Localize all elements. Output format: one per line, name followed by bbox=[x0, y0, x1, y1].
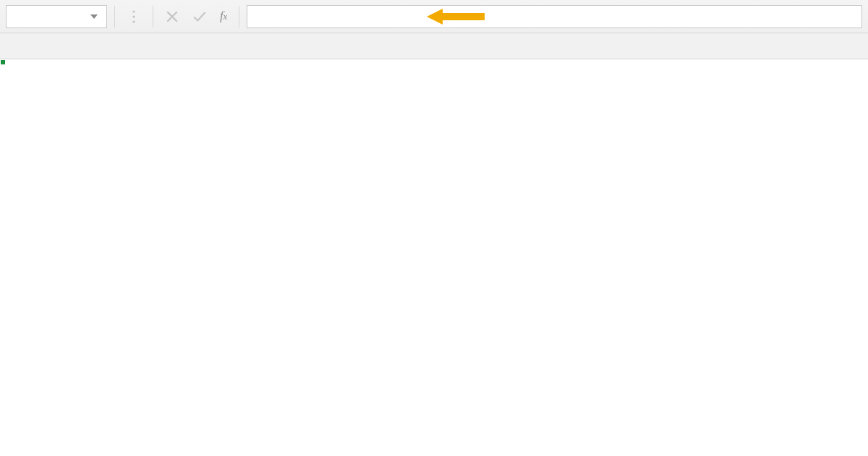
svg-point-2 bbox=[132, 20, 135, 22]
toolbar-gap bbox=[0, 33, 868, 59]
arrow-callout-icon bbox=[427, 8, 485, 25]
svg-marker-3 bbox=[427, 9, 485, 25]
fill-handle[interactable] bbox=[0, 59, 6, 65]
name-box-dropdown[interactable] bbox=[88, 6, 101, 28]
formula-input[interactable] bbox=[247, 5, 862, 28]
svg-point-1 bbox=[132, 15, 135, 17]
separator bbox=[114, 6, 115, 28]
enter-button[interactable] bbox=[188, 6, 211, 28]
name-box[interactable] bbox=[6, 5, 107, 28]
fx-icon[interactable]: fx bbox=[216, 9, 231, 25]
more-button[interactable] bbox=[122, 6, 145, 28]
cancel-button[interactable] bbox=[161, 6, 184, 28]
separator bbox=[239, 6, 239, 28]
separator bbox=[153, 6, 153, 28]
svg-point-0 bbox=[132, 10, 135, 12]
